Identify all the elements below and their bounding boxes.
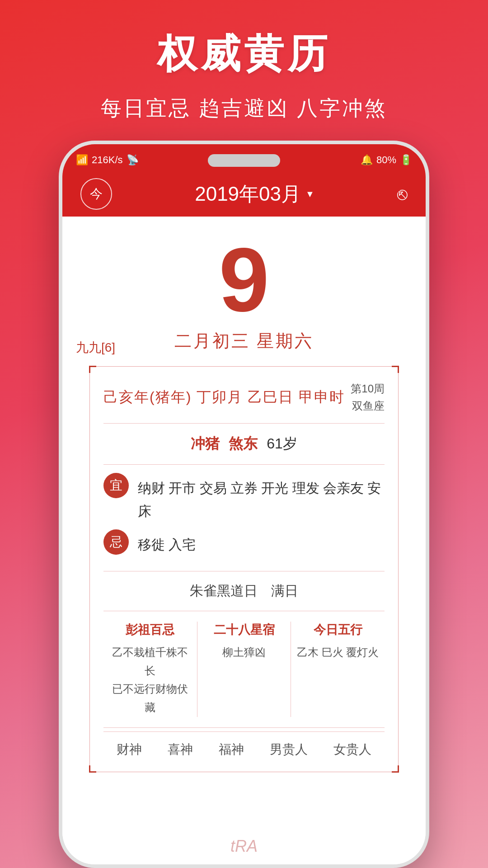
alarm-icon: 🔔 bbox=[361, 154, 373, 166]
dropdown-arrow: ▼ bbox=[305, 189, 314, 199]
month-title[interactable]: 2019年03月 ▼ bbox=[195, 181, 314, 208]
speaker bbox=[208, 154, 280, 167]
black-day-1: 朱雀黑道日 bbox=[190, 582, 258, 600]
bottom-grid: 彭祖百忌 乙不栽植千株不长已不远行财物伏藏 二十八星宿 柳土獐凶 今日五行 乙木… bbox=[103, 615, 385, 724]
footer-nvguiren: 女贵人 bbox=[333, 741, 371, 758]
corner-br bbox=[392, 765, 399, 773]
yi-badge: 宜 bbox=[103, 473, 129, 498]
age-text: 61岁 bbox=[267, 434, 297, 454]
yi-ji-section: 宜 纳财 开市 交易 立券 开光 理发 会亲友 安床 忌 移徙 入宅 bbox=[103, 468, 385, 567]
divider-3 bbox=[103, 571, 385, 571]
detail-card: 己亥年(猪年) 丁卯月 乙巳日 甲申时 第10周 双鱼座 冲猪 煞东 61岁 宜 bbox=[89, 366, 399, 772]
zodiac-text: 双鱼座 bbox=[351, 397, 385, 415]
top-section: 权威黄历 每日宜忌 趋吉避凶 八字冲煞 bbox=[0, 0, 488, 123]
black-day-row: 朱雀黑道日 满日 bbox=[103, 575, 385, 607]
month-text: 2019年03月 bbox=[195, 181, 301, 208]
jiu-label: 九九[6] bbox=[76, 339, 115, 356]
ganzhi-row: 己亥年(猪年) 丁卯月 乙巳日 甲申时 第10周 双鱼座 bbox=[103, 376, 385, 420]
wuxing-text: 乙木 巳火 覆灯火 bbox=[297, 643, 379, 662]
main-title: 权威黄历 bbox=[157, 27, 331, 81]
calendar-content: 9 二月初三 星期六 九九[6] 己亥年(猪年) 丁卯月 乙巳日 甲申时 第10… bbox=[62, 217, 426, 828]
big-day-number: 9 bbox=[219, 235, 269, 325]
watermark: tRA bbox=[230, 837, 258, 856]
divider-5 bbox=[103, 727, 385, 728]
footer-row: 财神 喜神 福神 男贵人 女贵人 bbox=[103, 731, 385, 763]
xingsu-text: 柳土獐凶 bbox=[222, 643, 266, 662]
xingsu-title: 二十八星宿 bbox=[214, 622, 275, 638]
wuxing-title: 今日五行 bbox=[314, 622, 362, 638]
speed-text: 216K/s bbox=[92, 154, 123, 166]
divider-1 bbox=[103, 423, 385, 424]
corner-tl bbox=[89, 366, 96, 373]
pengzu-col: 彭祖百忌 乙不栽植千株不长已不远行财物伏藏 bbox=[103, 622, 197, 717]
ganzhi-sub: 第10周 双鱼座 bbox=[351, 380, 385, 415]
app-bottom: tRA bbox=[62, 828, 426, 864]
chong-row: 冲猪 煞东 61岁 bbox=[103, 427, 385, 461]
corner-tr bbox=[392, 366, 399, 373]
phone-mockup: 📶 216K/s 📡 16:17 🔔 80% 🔋 今 2019年03月 ▼ ⎋ … bbox=[59, 141, 429, 868]
footer-nanguiren: 男贵人 bbox=[270, 741, 308, 758]
ganzhi-main: 己亥年(猪年) 丁卯月 乙巳日 甲申时 bbox=[103, 387, 345, 407]
detail-section: 九九[6] 己亥年(猪年) 丁卯月 乙巳日 甲申时 第10周 双鱼座 冲猪 煞东 bbox=[76, 362, 412, 781]
sha-label: 煞东 bbox=[229, 434, 258, 454]
divider-2 bbox=[103, 464, 385, 465]
pengzu-text: 乙不栽植千株不长已不远行财物伏藏 bbox=[108, 643, 192, 717]
wifi-icon: 📡 bbox=[127, 154, 139, 166]
week-text: 第10周 bbox=[351, 380, 385, 397]
ji-row: 忌 移徙 入宅 bbox=[103, 529, 385, 556]
battery-percent: 80% bbox=[376, 154, 396, 166]
footer-fushen: 福神 bbox=[219, 741, 244, 758]
chong-label: 冲猪 bbox=[191, 434, 220, 454]
ji-text: 移徙 入宅 bbox=[138, 529, 196, 556]
signal-icon: 📶 bbox=[76, 154, 88, 166]
pengzu-title: 彭祖百忌 bbox=[126, 622, 174, 638]
black-day-2: 满日 bbox=[271, 582, 298, 600]
app-header: 今 2019年03月 ▼ ⎋ bbox=[62, 171, 426, 217]
battery-icon: 🔋 bbox=[400, 154, 412, 166]
date-display: 9 二月初三 星期六 bbox=[62, 217, 426, 362]
footer-caishen: 财神 bbox=[117, 741, 142, 758]
yi-row: 宜 纳财 开市 交易 立券 开光 理发 会亲友 安床 bbox=[103, 473, 385, 523]
ji-badge: 忌 bbox=[103, 529, 129, 555]
status-left: 📶 216K/s 📡 bbox=[76, 154, 139, 166]
share-button[interactable]: ⎋ bbox=[397, 184, 408, 204]
lunar-date: 二月初三 星期六 bbox=[174, 330, 314, 353]
divider-4 bbox=[103, 611, 385, 611]
today-button[interactable]: 今 bbox=[80, 178, 112, 210]
corner-bl bbox=[89, 765, 96, 773]
footer-xishen: 喜神 bbox=[168, 741, 193, 758]
yi-text: 纳财 开市 交易 立券 开光 理发 会亲友 安床 bbox=[138, 473, 385, 523]
subtitle: 每日宜忌 趋吉避凶 八字冲煞 bbox=[101, 94, 387, 123]
wuxing-col: 今日五行 乙木 巳火 覆灯火 bbox=[291, 622, 385, 717]
xingsu-col: 二十八星宿 柳土獐凶 bbox=[197, 622, 291, 717]
status-right: 🔔 80% 🔋 bbox=[361, 154, 412, 166]
